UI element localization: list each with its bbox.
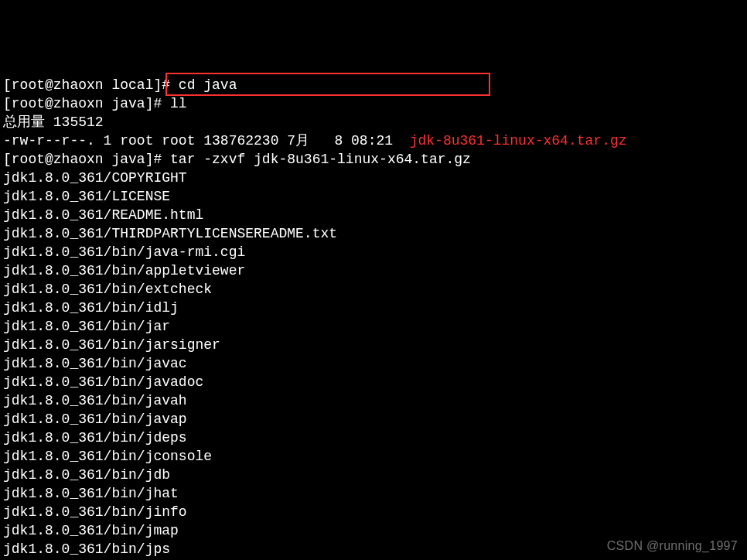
watermark-text: CSDN @running_1997 bbox=[607, 537, 738, 555]
extracted-file-line: jdk1.8.0_361/LICENSE bbox=[3, 187, 744, 206]
extracted-file-line: jdk1.8.0_361/bin/extcheck bbox=[3, 280, 744, 299]
extracted-file-line: jdk1.8.0_361/bin/javap bbox=[3, 410, 744, 429]
prompt-line: [root@zhaoxn local]# cd java bbox=[3, 76, 744, 94]
extracted-file-line: jdk1.8.0_361/bin/java-rmi.cgi bbox=[3, 243, 744, 261]
extracted-file-line: jdk1.8.0_361/bin/jdeps bbox=[3, 429, 744, 447]
extracted-file-line: jdk1.8.0_361/bin/jarsigner bbox=[3, 336, 744, 354]
extracted-file-line: jdk1.8.0_361/bin/jhat bbox=[3, 484, 744, 503]
prompt-line: [root@zhaoxn java]# ll bbox=[3, 94, 744, 113]
extracted-file-line: jdk1.8.0_361/bin/idlj bbox=[3, 299, 744, 317]
extracted-file-line: jdk1.8.0_361/bin/jar bbox=[3, 317, 744, 336]
ls-filename: jdk-8u361-linux-x64.tar.gz bbox=[410, 133, 627, 149]
extracted-file-line: jdk1.8.0_361/README.html bbox=[3, 206, 744, 224]
extracted-file-line: jdk1.8.0_361/bin/javadoc bbox=[3, 373, 744, 391]
extracted-file-line: jdk1.8.0_361/THIRDPARTYLICENSEREADME.txt bbox=[3, 224, 744, 243]
extracted-file-line: jdk1.8.0_361/bin/javac bbox=[3, 354, 744, 373]
prompt-line: [root@zhaoxn java]# tar -zxvf jdk-8u361-… bbox=[3, 150, 744, 169]
extracted-file-line: jdk1.8.0_361/bin/jdb bbox=[3, 466, 744, 484]
extracted-file-line: jdk1.8.0_361/bin/javah bbox=[3, 391, 744, 410]
ls-entry: -rw-r--r--. 1 root root 138762230 7月 8 0… bbox=[3, 131, 744, 150]
extracted-file-line: jdk1.8.0_361/bin/appletviewer bbox=[3, 261, 744, 280]
total-line: 总用量 135512 bbox=[3, 113, 744, 131]
extracted-file-line: jdk1.8.0_361/bin/jinfo bbox=[3, 503, 744, 521]
terminal-output[interactable]: [root@zhaoxn local]# cd java[root@zhaoxn… bbox=[3, 76, 744, 560]
extracted-file-line: jdk1.8.0_361/bin/jconsole bbox=[3, 447, 744, 466]
extracted-file-line: jdk1.8.0_361/COPYRIGHT bbox=[3, 169, 744, 187]
